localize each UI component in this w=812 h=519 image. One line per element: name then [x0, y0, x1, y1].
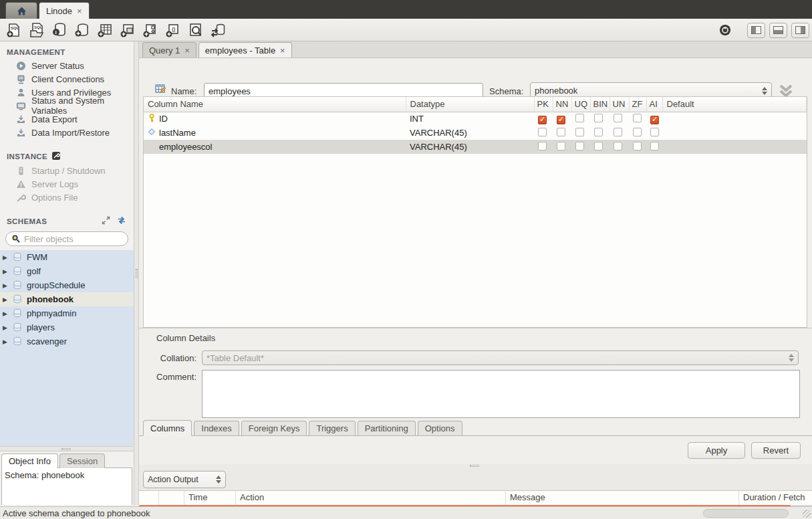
comment-textarea[interactable] — [202, 370, 800, 418]
expand-panel-icon[interactable] — [102, 216, 112, 226]
checkbox-uq[interactable] — [575, 142, 584, 150]
checkbox-bin[interactable] — [594, 114, 603, 122]
open-sql-script-icon[interactable]: SQL — [28, 21, 45, 39]
schema-item-phonebook[interactable]: ▶phonebook — [0, 292, 134, 306]
checkbox-ai[interactable] — [650, 142, 659, 150]
sidebar-item-server-status[interactable]: Server Status — [0, 59, 134, 72]
schema-filter-input[interactable] — [24, 234, 118, 244]
checkbox-pk[interactable] — [538, 142, 547, 150]
output-col-time[interactable]: Time — [184, 491, 236, 505]
checkbox-uq[interactable] — [575, 114, 584, 122]
schema-item-fwm[interactable]: ▶FWM — [0, 250, 134, 264]
checkbox-bin[interactable] — [594, 128, 603, 136]
schema-item-golf[interactable]: ▶golf — [0, 264, 134, 278]
revert-button[interactable]: Revert — [751, 442, 801, 459]
resize-grip[interactable] — [803, 510, 811, 518]
checkbox-zf[interactable] — [633, 142, 642, 150]
create-function-icon[interactable]: {} — [164, 21, 182, 39]
column-default[interactable] — [662, 126, 807, 140]
checkbox-pk[interactable] — [538, 116, 547, 124]
column-row-id[interactable]: ID INT — [144, 112, 807, 126]
col-header[interactable]: Datatype — [406, 97, 534, 112]
expander-icon[interactable]: ▶ — [3, 324, 9, 331]
create-view-icon[interactable] — [119, 21, 136, 39]
schema-inspector-icon[interactable]: i — [51, 21, 68, 39]
tab-indexes[interactable]: Indexes — [194, 421, 239, 435]
col-header[interactable]: Default — [662, 97, 807, 112]
tab-employees-table[interactable]: employees - Table × — [198, 42, 292, 58]
checkbox-zf[interactable] — [633, 114, 642, 122]
toggle-bottom-panel-button[interactable] — [769, 23, 787, 38]
tab-foreign-keys[interactable]: Foreign Keys — [241, 421, 307, 435]
checkbox-ai[interactable] — [650, 116, 659, 124]
sidebar-item-client-connections[interactable]: Client Connections — [0, 72, 134, 86]
new-sql-tab-icon[interactable]: SQL — [5, 21, 23, 39]
expander-icon[interactable]: ▶ — [3, 338, 9, 345]
schema-item-phpmyadmin[interactable]: ▶phpmyadmin — [0, 306, 134, 320]
checkbox-ai[interactable] — [650, 128, 659, 136]
output-col-duration[interactable]: Duration / Fetch — [739, 491, 812, 505]
col-header[interactable]: BIN — [590, 97, 610, 112]
tab-partitioning[interactable]: Partitioning — [358, 421, 416, 435]
object-info-splitter[interactable] — [0, 446, 134, 451]
schema-filter[interactable] — [5, 231, 128, 246]
schema-item-groupschedule[interactable]: ▶groupSchedule — [0, 278, 134, 292]
toggle-right-panel-button[interactable] — [791, 23, 809, 38]
output-col-message[interactable]: Message — [506, 491, 739, 505]
create-table-icon[interactable] — [96, 21, 114, 39]
expander-icon[interactable]: ▶ — [3, 310, 9, 317]
expander-icon[interactable]: ▶ — [3, 282, 9, 289]
col-header[interactable]: ZF — [629, 97, 646, 112]
refresh-schemas-icon[interactable] — [117, 216, 127, 226]
checkbox-nn[interactable] — [557, 128, 565, 136]
tab-columns[interactable]: Columns — [143, 420, 192, 436]
output-col-action[interactable]: Action — [236, 491, 506, 505]
checkbox-un[interactable] — [614, 114, 622, 122]
tab-query-1[interactable]: Query 1 × — [142, 42, 196, 58]
expander-icon[interactable]: ▶ — [3, 296, 9, 303]
col-header[interactable]: UN — [610, 97, 629, 112]
column-row-lastname[interactable]: lastName VARCHAR(45) — [144, 126, 807, 140]
checkbox-zf[interactable] — [633, 128, 642, 136]
create-schema-icon[interactable] — [74, 21, 91, 39]
col-header[interactable]: UQ — [571, 97, 590, 112]
collation-select[interactable]: *Table Default* — [202, 350, 799, 365]
tab-triggers[interactable]: Triggers — [309, 421, 355, 435]
close-icon[interactable]: × — [280, 46, 285, 55]
home-tab[interactable] — [5, 2, 37, 19]
sidebar-item-status-system-variables[interactable]: Status and System Variables — [0, 99, 134, 112]
search-objects-icon[interactable] — [187, 21, 205, 39]
collapse-header-icon[interactable] — [777, 84, 795, 94]
create-routine-icon[interactable] — [142, 21, 159, 39]
sidebar-item-options-file[interactable]: Options File — [0, 191, 134, 204]
tab-options[interactable]: Options — [418, 421, 462, 435]
column-default[interactable] — [662, 112, 807, 126]
checkbox-bin[interactable] — [594, 142, 603, 150]
output-type-select[interactable]: Action Output — [143, 471, 226, 488]
col-header[interactable]: Column Name — [144, 97, 406, 112]
apply-button[interactable]: Apply — [688, 442, 745, 459]
column-row-employeescol[interactable]: employeescol VARCHAR(45) — [144, 140, 807, 154]
checkbox-pk[interactable] — [538, 128, 547, 136]
tab-session[interactable]: Session — [59, 453, 105, 468]
sidebar-item-data-import[interactable]: Data Import/Restore — [0, 126, 134, 139]
checkbox-nn[interactable] — [557, 142, 565, 150]
checkbox-uq[interactable] — [575, 128, 584, 136]
checkbox-nn[interactable] — [557, 116, 565, 124]
column-default[interactable] — [662, 140, 807, 154]
expander-icon[interactable]: ▶ — [3, 268, 9, 275]
close-icon[interactable]: × — [77, 7, 82, 15]
sidebar-item-server-logs[interactable]: Server Logs — [0, 177, 134, 191]
close-icon[interactable]: × — [184, 46, 190, 55]
toggle-left-panel-button[interactable] — [747, 23, 765, 38]
sidebar-item-startup-shutdown[interactable]: Startup / Shutdown — [0, 164, 134, 177]
checkbox-un[interactable] — [614, 142, 622, 150]
col-header[interactable]: PK — [534, 97, 553, 112]
sidebar-splitter[interactable] — [134, 41, 139, 505]
reconnect-dbms-icon[interactable] — [210, 21, 227, 39]
connection-tab[interactable]: Linode × — [39, 2, 90, 19]
expander-icon[interactable]: ▶ — [3, 254, 9, 261]
gear-icon[interactable] — [716, 21, 734, 39]
checkbox-un[interactable] — [614, 128, 622, 136]
col-header[interactable]: NN — [553, 97, 571, 112]
